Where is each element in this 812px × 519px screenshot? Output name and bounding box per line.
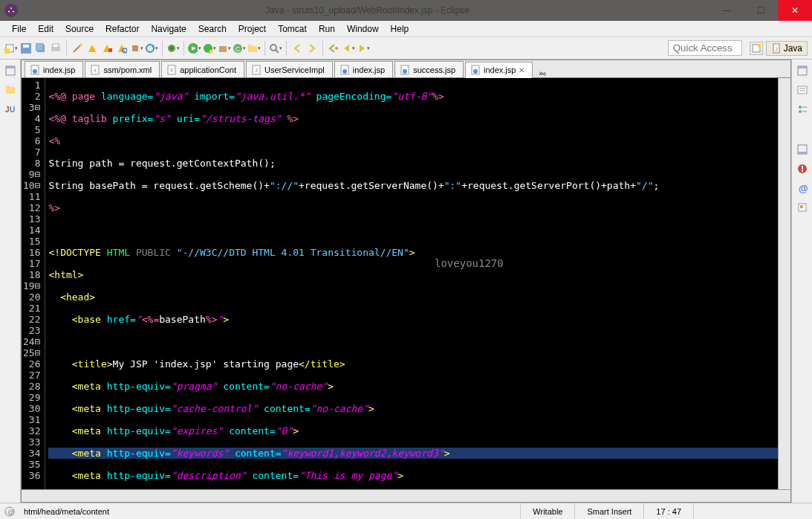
- svg-rect-37: [6, 87, 15, 94]
- menu-project[interactable]: Project: [233, 22, 272, 36]
- maximize-button[interactable]: ☐: [744, 0, 778, 21]
- debug-icon[interactable]: [166, 42, 180, 55]
- svg-text:@: @: [7, 509, 14, 516]
- package-icon[interactable]: [218, 42, 231, 55]
- tab-pom-xml[interactable]: xssm/pom.xml: [85, 61, 160, 77]
- svg-point-30: [335, 47, 338, 50]
- svg-text:U: U: [10, 106, 15, 114]
- right-trim: @: [791, 59, 812, 503]
- status-at-icon: @: [3, 505, 16, 518]
- svg-point-19: [170, 47, 173, 50]
- save-icon[interactable]: [19, 42, 33, 55]
- menu-source[interactable]: Source: [59, 22, 100, 36]
- saveall-icon[interactable]: [34, 42, 48, 55]
- toolbar: C J Java: [0, 37, 812, 59]
- close-tab-icon[interactable]: ✕: [519, 66, 524, 74]
- wand-icon[interactable]: [71, 42, 84, 55]
- minimize-button[interactable]: —: [709, 0, 744, 21]
- svg-rect-7: [23, 45, 29, 48]
- svg-rect-22: [210, 50, 212, 54]
- declaration-icon[interactable]: [796, 201, 809, 214]
- editor-tabs: index.jsp xssm/pom.xml XapplicationCont …: [22, 60, 790, 78]
- svg-rect-38: [6, 86, 10, 88]
- tab-userserviceimpl[interactable]: JUserServiceImpl: [246, 61, 333, 77]
- menu-file[interactable]: File: [6, 22, 32, 36]
- svg-text:J: J: [5, 106, 10, 114]
- tab-index-jsp-2[interactable]: index.jsp: [334, 61, 393, 77]
- window-title: Java - struts10_upload/WebRoot/index.jsp…: [25, 5, 709, 16]
- vertical-scrollbar[interactable]: [778, 78, 790, 489]
- tomcat-start-icon[interactable]: [85, 42, 99, 55]
- menu-navigate[interactable]: Navigate: [145, 22, 192, 36]
- new-icon[interactable]: [4, 42, 18, 55]
- back-icon[interactable]: [342, 42, 355, 55]
- restore-bottom-icon[interactable]: [796, 143, 809, 156]
- tab-index-jsp-1[interactable]: index.jsp: [25, 61, 83, 77]
- run-icon[interactable]: [188, 42, 201, 55]
- print-icon[interactable]: [49, 42, 62, 55]
- tasklist-icon[interactable]: [796, 83, 809, 97]
- line-numbers: 1 2 3⊟4 5 6 7 8 9⊟10⊟11 12 13 14 15 16 1…: [22, 78, 45, 489]
- menu-tomcat[interactable]: Tomcat: [272, 22, 313, 36]
- restore-icon[interactable]: [4, 64, 17, 77]
- open-perspective-icon[interactable]: [750, 42, 763, 55]
- java-perspective-button[interactable]: J Java: [766, 41, 808, 56]
- run-last-icon[interactable]: [203, 42, 216, 55]
- svg-rect-5: [4, 48, 10, 54]
- svg-point-52: [403, 69, 407, 74]
- left-trim: JU: [0, 59, 21, 503]
- svg-point-42: [33, 69, 37, 74]
- svg-rect-57: [798, 86, 807, 94]
- svg-rect-26: [248, 46, 257, 52]
- tomcat-restart-icon[interactable]: [115, 42, 129, 55]
- class-icon[interactable]: C: [233, 42, 246, 55]
- svg-point-61: [799, 110, 802, 113]
- tab-index-jsp-active[interactable]: index.jsp✕: [465, 62, 533, 78]
- javadoc-icon[interactable]: @: [796, 181, 809, 195]
- svg-rect-32: [758, 44, 761, 48]
- outline-icon[interactable]: [796, 103, 809, 116]
- svg-rect-65: [798, 152, 807, 154]
- tab-applicationcontext[interactable]: XapplicationCont: [161, 61, 244, 77]
- svg-point-28: [270, 45, 276, 51]
- menu-search[interactable]: Search: [192, 22, 233, 36]
- horizontal-scrollbar[interactable]: [22, 489, 790, 502]
- menu-edit[interactable]: Edit: [32, 22, 59, 36]
- svg-point-13: [79, 43, 82, 46]
- tab-overflow[interactable]: »₆: [534, 69, 550, 77]
- status-bar: @ html/head/meta/content Writable Smart …: [0, 503, 812, 519]
- problems-icon[interactable]: [796, 162, 809, 175]
- forward-icon[interactable]: [357, 42, 370, 55]
- svg-rect-9: [36, 43, 43, 51]
- app-icon: [4, 4, 18, 17]
- folder-icon[interactable]: [247, 42, 261, 55]
- menu-help[interactable]: Help: [385, 22, 415, 36]
- refresh-icon[interactable]: [145, 42, 158, 55]
- close-button[interactable]: ✕: [778, 0, 812, 21]
- quick-access-input[interactable]: [668, 40, 742, 56]
- last-edit-icon[interactable]: [327, 42, 340, 55]
- build-icon[interactable]: [130, 42, 143, 55]
- menu-refactor[interactable]: Refactor: [100, 22, 145, 36]
- tab-success-jsp[interactable]: success.jsp: [394, 61, 464, 77]
- status-position: 17 : 47: [643, 503, 693, 519]
- svg-rect-11: [53, 44, 59, 48]
- menu-window[interactable]: Window: [341, 22, 385, 36]
- svg-text:J: J: [775, 46, 778, 53]
- restore-right-icon[interactable]: [796, 64, 809, 77]
- menu-run[interactable]: Run: [313, 22, 341, 36]
- svg-line-29: [276, 50, 279, 53]
- status-writable: Writable: [520, 503, 574, 519]
- svg-text:X: X: [170, 68, 174, 73]
- status-empty: [693, 503, 812, 519]
- junit-icon[interactable]: JU: [4, 103, 17, 116]
- next-annotation-icon[interactable]: [305, 42, 319, 55]
- svg-text:C: C: [236, 45, 241, 53]
- svg-rect-67: [802, 166, 803, 170]
- svg-rect-56: [798, 66, 807, 68]
- code-editor[interactable]: <%@ page language="java" import="java.ut…: [45, 78, 778, 489]
- package-explorer-icon[interactable]: [4, 83, 17, 97]
- prev-annotation-icon[interactable]: [290, 42, 304, 55]
- search-icon[interactable]: [269, 42, 282, 55]
- tomcat-stop-icon[interactable]: [100, 42, 114, 55]
